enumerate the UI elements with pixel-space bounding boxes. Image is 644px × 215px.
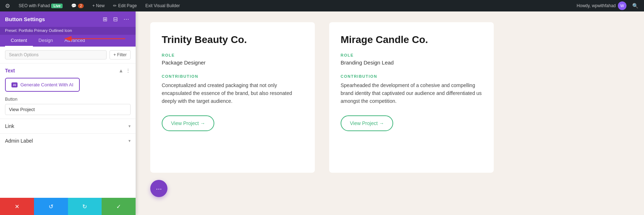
- panel-header-icons: ⊞ ⊟ ⋯: [101, 15, 131, 23]
- reset-icon: ↺: [49, 203, 53, 210]
- admin-bar-right: Howdy, wpwithfahad W 🔍: [577, 1, 641, 10]
- card-2-role-value: Branding Design Lead: [341, 59, 482, 66]
- card-2-contribution-label: CONTRIBUTION: [341, 74, 482, 78]
- card-2-company: Mirage Candle Co.: [341, 34, 482, 46]
- tab-content-label: Content: [11, 38, 27, 43]
- left-panel: Button Settings ⊞ ⊟ ⋯ Preset: Portfolio …: [0, 11, 136, 215]
- card-2-view-project-button[interactable]: View Project →: [341, 115, 393, 131]
- site-name[interactable]: SEO with Fahad Live: [16, 0, 65, 11]
- main-layout: Button Settings ⊞ ⊟ ⋯ Preset: Portfolio …: [0, 11, 644, 215]
- comment-icon: 💬: [71, 3, 77, 8]
- exit-builder-label: Exit Visual Builder: [145, 3, 180, 8]
- redo-icon: ↻: [82, 203, 87, 210]
- card-1-view-project-button[interactable]: View Project →: [162, 115, 214, 131]
- edit-page-label: Edit Page: [118, 3, 137, 8]
- text-section-header: Text ▲ ⋮: [0, 63, 136, 76]
- card-2-role-label: ROLE: [341, 53, 482, 57]
- ai-generate-label: Generate Content With AI: [20, 82, 73, 87]
- card-1-role-label: ROLE: [162, 53, 303, 57]
- avatar: W: [618, 1, 626, 10]
- fab-icon: ···: [156, 185, 162, 193]
- save-button[interactable]: ✓: [102, 198, 136, 215]
- button-field-group: Button: [0, 97, 136, 119]
- live-badge: Live: [51, 4, 63, 8]
- button-field-label: Button: [5, 97, 131, 102]
- button-text-input[interactable]: [5, 104, 131, 115]
- pencil-icon: ✏: [113, 3, 117, 8]
- portfolio-card-2: Mirage Candle Co. ROLE Branding Design L…: [329, 22, 494, 173]
- save-icon: ✓: [116, 203, 121, 210]
- section-more-icon[interactable]: ⋮: [126, 68, 131, 73]
- admin-label-section[interactable]: Admin Label ▾: [0, 133, 136, 148]
- greeting-text: Howdy, wpwithfahad: [577, 3, 616, 8]
- card-1-view-project-label: View Project →: [171, 120, 205, 126]
- filter-label: + Filter: [113, 52, 127, 57]
- link-section-title: Link: [5, 123, 14, 129]
- card-1-company: Trinity Beauty Co.: [162, 34, 303, 46]
- user-greeting: Howdy, wpwithfahad W: [577, 1, 626, 10]
- ai-icon: AI: [11, 82, 18, 87]
- tab-content[interactable]: Content: [5, 35, 33, 47]
- search-options-input[interactable]: Search Options: [5, 50, 107, 59]
- ai-generate-button[interactable]: AI Generate Content With AI: [5, 78, 80, 92]
- comment-count: 2: [78, 4, 84, 8]
- preset-label: Preset: Portfolio Primary Outlined Icon: [5, 28, 72, 33]
- section-icons: ▲ ⋮: [118, 68, 131, 73]
- more-icon[interactable]: ⋯: [122, 15, 131, 23]
- panel-search: Search Options + Filter: [0, 47, 136, 63]
- columns-icon[interactable]: ⊟: [112, 15, 119, 23]
- link-section[interactable]: Link ▾: [0, 119, 136, 133]
- text-section-title: Text: [5, 68, 15, 73]
- card-2-view-project-label: View Project →: [350, 120, 384, 126]
- tab-advanced-label: Advanced: [64, 38, 85, 43]
- exit-builder-link[interactable]: Exit Visual Builder: [143, 0, 182, 11]
- search-icon[interactable]: 🔍: [629, 3, 641, 9]
- wp-logo[interactable]: ⚙: [3, 3, 12, 9]
- link-chevron-icon: ▾: [128, 124, 131, 129]
- tab-design-label: Design: [39, 38, 53, 43]
- site-name-label: SEO with Fahad: [19, 3, 50, 8]
- portfolio-card-1: Trinity Beauty Co. ROLE Package Designer…: [150, 22, 315, 173]
- edit-page-link[interactable]: ✏ Edit Page: [111, 0, 139, 11]
- panel-title: Button Settings: [5, 16, 45, 22]
- admin-label-section-title: Admin Label: [5, 138, 33, 144]
- reset-button[interactable]: ↺: [34, 198, 68, 215]
- collapse-icon[interactable]: ▲: [118, 68, 123, 73]
- filter-button[interactable]: + Filter: [109, 50, 131, 59]
- floating-action-button[interactable]: ···: [150, 180, 167, 197]
- panel-actions: ✕ ↺ ↻ ✓: [0, 198, 136, 215]
- delete-button[interactable]: ✕: [0, 198, 34, 215]
- card-1-contribution-text: Conceptualized and created packaging tha…: [162, 81, 303, 105]
- search-placeholder: Search Options: [9, 52, 39, 57]
- card-1-contribution-label: CONTRIBUTION: [162, 74, 303, 78]
- admin-bar: ⚙ SEO with Fahad Live 💬 2 + New ✏ Edit P…: [0, 0, 644, 11]
- delete-icon: ✕: [15, 203, 19, 210]
- comments-link[interactable]: 💬 2: [69, 0, 86, 11]
- new-label: + New: [92, 3, 104, 8]
- tab-advanced[interactable]: Advanced: [59, 35, 91, 47]
- tab-design[interactable]: Design: [33, 35, 59, 47]
- card-1-role-value: Package Designer: [162, 59, 303, 66]
- redo-button[interactable]: ↻: [68, 198, 102, 215]
- preset-bar: Preset: Portfolio Primary Outlined Icon: [0, 27, 136, 35]
- new-link[interactable]: + New: [90, 0, 107, 11]
- panel-content: Text ▲ ⋮ AI Generate Content With AI But…: [0, 63, 136, 198]
- admin-label-chevron-icon: ▾: [128, 138, 131, 143]
- card-2-contribution-text: Spearheaded the development of a cohesiv…: [341, 81, 482, 105]
- resize-icon[interactable]: ⊞: [101, 15, 109, 23]
- content-area: Trinity Beauty Co. ROLE Package Designer…: [136, 11, 644, 215]
- panel-header: Button Settings ⊞ ⊟ ⋯: [0, 11, 136, 27]
- panel-tabs: Content Design Advanced: [0, 35, 136, 47]
